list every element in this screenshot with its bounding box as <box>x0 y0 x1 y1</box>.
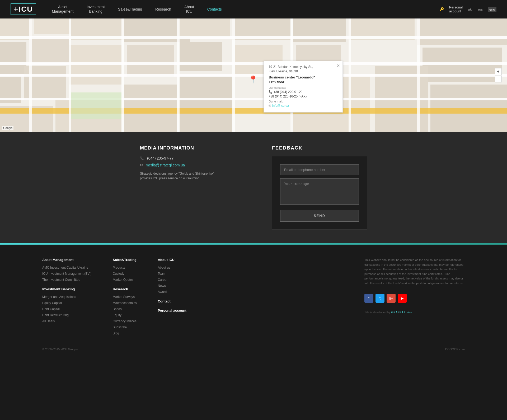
footer-about-icu-title: About ICU <box>158 258 186 262</box>
phone-icon: 📞 <box>269 90 273 94</box>
footer-link-market-surveys[interactable]: Market Surveys <box>113 295 135 299</box>
send-button[interactable]: SEND <box>280 210 359 222</box>
map-popup-close[interactable]: ✕ <box>336 63 340 68</box>
footer-link-bonds[interactable]: Bonds <box>113 307 122 311</box>
footer-research-links: Market Surveys Macroeconomics Bonds Equi… <box>113 294 137 335</box>
footer: Asset Management AMC Investment Capital … <box>0 245 507 345</box>
footer-link-awards[interactable]: Awards <box>158 290 168 294</box>
svg-rect-38 <box>349 18 351 132</box>
footer-link-subscribe[interactable]: Subscribe <box>113 325 127 329</box>
social-googleplus[interactable]: g+ <box>387 294 396 303</box>
nav-asset-management[interactable]: AssetManagement <box>52 5 74 14</box>
footer-bottom: © 2006–2015 «ICU Group» DOOOOR.com <box>0 345 507 356</box>
social-icons: f t g+ ▶ <box>364 294 465 303</box>
lang-ukr[interactable]: ukr <box>468 7 473 11</box>
feedback-box: SEND <box>272 156 367 230</box>
svg-rect-40 <box>71 92 121 119</box>
doooor-label: DOOOOR.com <box>445 348 465 351</box>
social-youtube[interactable]: ▶ <box>398 294 407 303</box>
footer-personal-account-section: Personal account <box>158 309 186 312</box>
footer-link-icu-investment[interactable]: ICU Investment Management (BVI) <box>42 272 92 276</box>
footer-personal-account-title: Personal account <box>158 309 186 312</box>
media-phone-row: 📞 (044) 235-97-77 <box>140 156 219 160</box>
feedback-message-input[interactable] <box>280 178 359 205</box>
map-contacts-label: Our contacts: <box>269 86 338 89</box>
feedback-background <box>0 132 507 243</box>
footer-research-title: Research <box>113 287 137 291</box>
social-twitter[interactable]: t <box>375 294 384 303</box>
map-email-link[interactable]: info@icu.ua <box>272 104 289 108</box>
nav-about-icu[interactable]: AboutICU <box>184 5 194 14</box>
footer-sales-trading-links: Products Custody Market Quotes <box>113 265 137 282</box>
phone-icon: 📞 <box>140 156 144 160</box>
zoom-out-button[interactable]: − <box>495 76 502 82</box>
footer-link-equity[interactable]: Equity <box>113 313 121 317</box>
footer-asset-management-links: AMC Investment Capital Ukraine ICU Inves… <box>42 265 92 282</box>
map-zoom-controls: + − <box>495 68 502 82</box>
media-title: MEDIA INFORMATION <box>140 145 219 151</box>
email-icon: ✉ <box>269 104 272 108</box>
media-email-link[interactable]: media@strategi.com.ua <box>146 163 185 167</box>
map-container[interactable]: 📍 ✕ 19-21 Bohdan Khmelnytsky St., Kiev, … <box>0 18 507 132</box>
map-popup: ✕ 19-21 Bohdan Khmelnytsky St., Kiev, Uk… <box>264 61 343 113</box>
footer-col-2: Sales&Trading Products Custody Market Qu… <box>113 258 137 337</box>
map-address-line2: Kiev, Ukraine, 01030 <box>269 69 338 73</box>
footer-link-amc[interactable]: AMC Investment Capital Ukraine <box>42 266 88 269</box>
footer-link-all-deals[interactable]: All Deals <box>42 319 55 323</box>
nav-research[interactable]: Research <box>155 7 171 12</box>
social-facebook[interactable]: f <box>364 294 373 303</box>
svg-rect-32 <box>29 18 32 132</box>
media-email-row: ✉ media@strategi.com.ua <box>140 163 219 167</box>
footer-dev-credit: Site is developed by GRAPE Ukraine <box>364 311 465 314</box>
personal-account-link[interactable]: Personalaccount <box>449 5 463 13</box>
footer-link-career[interactable]: Career <box>158 278 167 282</box>
footer-link-currency-indices[interactable]: Currency Indices <box>113 319 137 323</box>
feedback-email-input[interactable] <box>280 164 359 175</box>
footer-link-macroeconomics[interactable]: Macroeconomics <box>113 301 137 305</box>
lang-eng[interactable]: eng <box>488 7 496 12</box>
media-info: MEDIA INFORMATION 📞 (044) 235-97-77 ✉ me… <box>140 145 219 230</box>
nav-contacts[interactable]: Contacts <box>207 7 222 12</box>
footer-contact-title: Contact <box>158 299 186 303</box>
logo-text: ICU <box>18 5 33 13</box>
map-business-center: Business center "Leonardo" <box>269 75 338 79</box>
footer-investment-banking-section: Investment Banking Merger and Acquisitio… <box>42 287 92 323</box>
map-floor: 11th floor <box>269 80 338 84</box>
media-note: Strategic decisions agency "Golub and Sh… <box>140 171 219 181</box>
footer-col-3: About ICU About us Team Career News Awar… <box>158 258 186 337</box>
footer-investment-banking-links: Merger and Acquisitions Equity Capital D… <box>42 294 92 323</box>
footer-link-team[interactable]: Team <box>158 272 165 276</box>
footer-link-debt-restructuring[interactable]: Debt Restructuring <box>42 313 69 317</box>
copyright: © 2006–2015 «ICU Group» <box>42 348 78 351</box>
map-phone2: +38 (044) 220-16-25 (FAX) <box>269 95 338 98</box>
map-email: ✉ info@icu.ua <box>269 104 338 108</box>
email-icon: ✉ <box>140 163 143 167</box>
feedback-form: FEEDBACK SEND <box>272 145 367 230</box>
footer-link-blog[interactable]: Blog <box>113 332 119 335</box>
zoom-in-button[interactable]: + <box>495 68 502 75</box>
svg-rect-18 <box>417 18 507 45</box>
nav-sales-trading[interactable]: Sales&Trading <box>118 7 142 12</box>
svg-rect-34 <box>121 18 124 132</box>
footer-link-committee[interactable]: The Investment Committee <box>42 278 80 282</box>
logo-plus: + <box>14 5 18 13</box>
footer-sales-trading-title: Sales&Trading <box>113 258 137 262</box>
footer-link-debt-capital[interactable]: Debt Capital <box>42 307 60 311</box>
footer-link-about-us[interactable]: About us <box>158 266 170 269</box>
footer-link-equity-capital[interactable]: Equity Capital <box>42 301 62 305</box>
media-phone: (044) 235-97-77 <box>147 156 173 160</box>
footer-link-market-quotes[interactable]: Market Quotes <box>113 278 134 282</box>
nav-investment-banking[interactable]: InvestmentBanking <box>87 5 105 14</box>
key-icon: 🔑 <box>439 7 444 11</box>
svg-rect-11 <box>177 18 230 37</box>
logo[interactable]: +ICU <box>11 3 36 15</box>
footer-grape-link[interactable]: GRAPE Ukraine <box>391 311 412 314</box>
svg-rect-28 <box>0 62 507 65</box>
footer-link-merger[interactable]: Merger and Acquisitions <box>42 295 76 299</box>
footer-link-products[interactable]: Products <box>113 266 125 269</box>
footer-link-custody[interactable]: Custody <box>113 272 124 276</box>
map-pin: 📍 <box>248 75 258 84</box>
main-nav: AssetManagement InvestmentBanking Sales&… <box>52 5 439 14</box>
lang-rus[interactable]: rus <box>478 7 483 11</box>
footer-link-news[interactable]: News <box>158 284 166 288</box>
